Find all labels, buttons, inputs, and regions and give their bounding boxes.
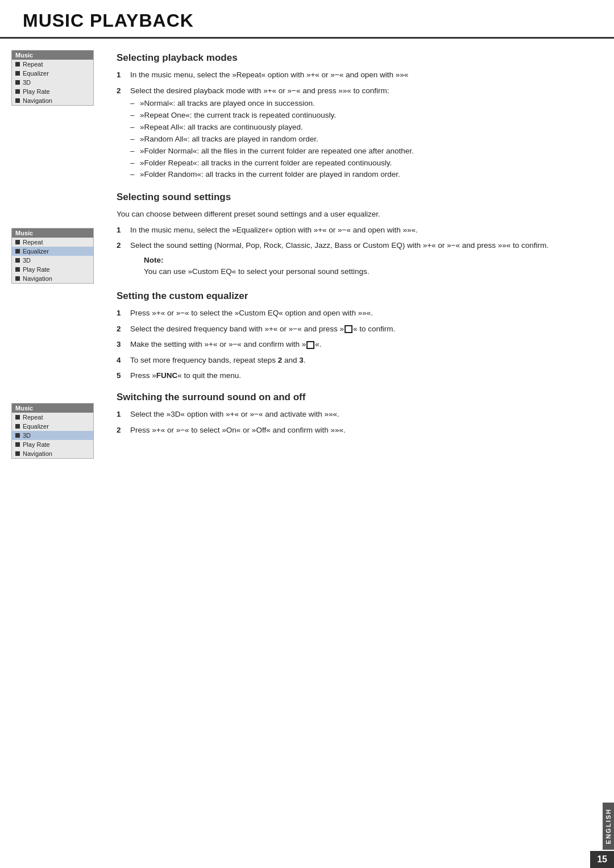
list-item: 5 Press »FUNC« to quit the menu. <box>117 370 591 381</box>
step-num: 1 <box>117 69 126 81</box>
note-label: Note: <box>144 256 164 264</box>
sound-settings-list: 1 In the music menu, select the »Equaliz… <box>117 225 591 280</box>
menu-item-3d-1[interactable]: 3D <box>12 78 93 87</box>
list-item: 2 Select the desired playback mode with … <box>117 85 591 182</box>
bullet-icon <box>15 415 20 420</box>
menu-item-equalizer-3[interactable]: Equalizer <box>12 422 93 431</box>
step-num: 3 <box>117 339 126 350</box>
bullet-icon <box>15 442 20 447</box>
menu-item-equalizer-1[interactable]: Equalizer <box>12 69 93 78</box>
menu-item-repeat-2[interactable]: Repeat <box>12 238 93 247</box>
step-num: 1 <box>117 308 126 319</box>
menu-item-playrate-3[interactable]: Play Rate <box>12 440 93 449</box>
page-title-bar: MUSIC PLAYBACK <box>0 0 614 39</box>
step-text: To set more frequency bands, repeat step… <box>130 355 305 366</box>
step-num: 5 <box>117 370 126 381</box>
menu-item-equalizer-2[interactable]: Equalizer <box>12 247 93 256</box>
menu-item-3d-2[interactable]: 3D <box>12 256 93 265</box>
menu-header-1: Music <box>12 51 93 60</box>
menu-item-navigation-1[interactable]: Navigation <box>12 96 93 105</box>
menu-item-navigation-3[interactable]: Navigation <box>12 449 93 458</box>
bullet-icon <box>15 89 20 94</box>
step-text: Press »+« or »−« to select »On« or »Off«… <box>130 425 346 436</box>
list-item: 2 Select the sound setting (Normal, Pop,… <box>117 240 591 280</box>
section-title-custom-equalizer: Setting the custom equalizer <box>117 290 591 302</box>
step-text: Select the desired frequency band with »… <box>130 323 395 335</box>
step-num: 1 <box>117 409 126 420</box>
menu-header-3: Music <box>12 404 93 413</box>
main-content: Selecting playback modes 1 In the music … <box>111 50 591 459</box>
bullet-icon <box>15 249 20 254</box>
bullet-icon <box>15 80 20 85</box>
custom-equalizer-list: 1 Press »+« or »−« to select the »Custom… <box>117 308 591 381</box>
menu-item-repeat-3[interactable]: Repeat <box>12 413 93 422</box>
step-num: 1 <box>117 225 126 236</box>
bullet-icon <box>15 276 20 281</box>
playback-modes-list: 1 In the music menu, select the »Repeat«… <box>117 69 591 181</box>
menu-box-2: Music Repeat Equalizer 3D Play Rate Navi… <box>11 228 94 284</box>
step-num: 2 <box>117 85 126 182</box>
step-text: Select the sound setting (Normal, Pop, R… <box>130 240 549 280</box>
list-item: 1 In the music menu, select the »Repeat«… <box>117 69 591 81</box>
sub-list: –»Normal«: all tracks are played once in… <box>130 98 414 180</box>
section-title-playback-modes: Selecting playback modes <box>117 52 591 64</box>
section-title-sound-settings: Selecting sound settings <box>117 192 591 203</box>
main-layout: Music Repeat Equalizer 3D Play Rate Navi… <box>0 39 614 470</box>
step-text: Make the setting with »+« or »−« and con… <box>130 339 321 350</box>
list-item: –»Folder Random«: all tracks in the curr… <box>130 169 414 180</box>
bullet-icon <box>15 62 20 67</box>
bullet-icon <box>15 267 20 272</box>
step-text: Select the »3D« option with »+« or »−« a… <box>130 409 339 420</box>
step-text: Select the desired playback mode with »+… <box>130 85 414 182</box>
page-title: MUSIC PLAYBACK <box>23 10 591 31</box>
list-item: –»Repeat One«: the current track is repe… <box>130 110 414 121</box>
step-text: Press »+« or »−« to select the »Custom E… <box>130 308 373 319</box>
note-text: You can use »Custom EQ« to select your p… <box>144 267 369 276</box>
sound-settings-intro: You can choose between different preset … <box>117 209 591 220</box>
bullet-icon <box>15 71 20 76</box>
note-box: Note: You can use »Custom EQ« to select … <box>144 255 549 277</box>
step-text: In the music menu, select the »Equalizer… <box>130 225 418 236</box>
list-item: 4 To set more frequency bands, repeat st… <box>117 355 591 366</box>
list-item: –»Repeat All«: all tracks are continuous… <box>130 122 414 133</box>
menu-header-2: Music <box>12 229 93 238</box>
menu-box-3: Music Repeat Equalizer 3D Play Rate Navi… <box>11 403 94 459</box>
surround-sound-list: 1 Select the »3D« option with »+« or »−«… <box>117 409 591 435</box>
list-item: –»Folder Normal«: all the files in the c… <box>130 146 414 157</box>
bullet-icon <box>15 240 20 244</box>
bullet-icon <box>15 451 20 456</box>
menu-item-playrate-1[interactable]: Play Rate <box>12 87 93 96</box>
step-text: Press »FUNC« to quit the menu. <box>130 370 241 381</box>
bullet-icon <box>15 433 20 438</box>
menu-box-1: Music Repeat Equalizer 3D Play Rate Navi… <box>11 50 94 106</box>
page-number: 15 <box>590 851 614 868</box>
list-item: –»Folder Repeat«: all tracks in the curr… <box>130 158 414 169</box>
step-num: 2 <box>117 240 126 280</box>
menu-item-repeat-1[interactable]: Repeat <box>12 60 93 69</box>
step-text: In the music menu, select the »Repeat« o… <box>130 69 408 81</box>
step-num: 4 <box>117 355 126 366</box>
step-num: 2 <box>117 425 126 436</box>
list-item: 1 In the music menu, select the »Equaliz… <box>117 225 591 236</box>
list-item: –»Normal«: all tracks are played once in… <box>130 98 414 109</box>
list-item: 1 Press »+« or »−« to select the »Custom… <box>117 308 591 319</box>
language-tab: ENGLISH <box>603 803 614 850</box>
list-item: –»Random All«: all tracks are played in … <box>130 134 414 145</box>
list-item: 3 Make the setting with »+« or »−« and c… <box>117 339 591 350</box>
step-num: 2 <box>117 323 126 335</box>
list-item: 1 Select the »3D« option with »+« or »−«… <box>117 409 591 420</box>
bullet-icon <box>15 258 20 263</box>
menu-item-3d-3[interactable]: 3D <box>12 431 93 440</box>
sidebar: Music Repeat Equalizer 3D Play Rate Navi… <box>11 50 99 459</box>
menu-item-navigation-2[interactable]: Navigation <box>12 274 93 283</box>
list-item: 2 Press »+« or »−« to select »On« or »Of… <box>117 425 591 436</box>
bullet-icon <box>15 98 20 103</box>
page-number-area: ENGLISH 15 <box>590 803 614 868</box>
bullet-icon <box>15 424 20 429</box>
menu-item-playrate-2[interactable]: Play Rate <box>12 265 93 274</box>
section-title-surround-sound: Switching the surround sound on and off <box>117 392 591 403</box>
list-item: 2 Select the desired frequency band with… <box>117 323 591 335</box>
